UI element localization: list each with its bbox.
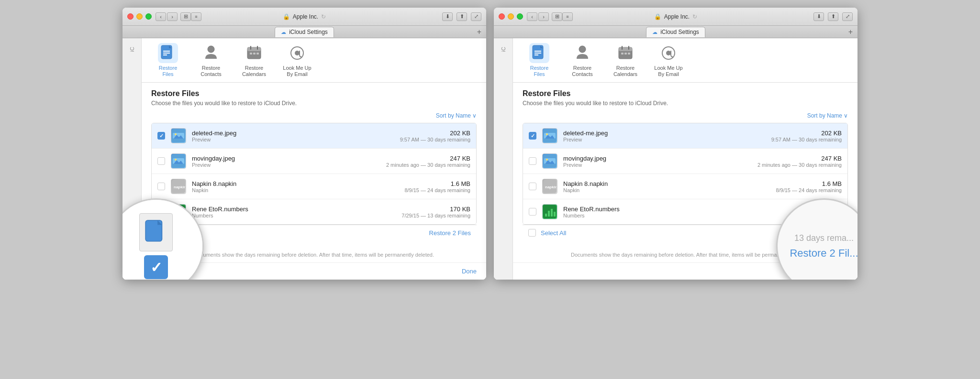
file-app-3: Napkin: [192, 187, 400, 193]
right-file-info-3: Napkin 8.napkin Napkin: [563, 180, 771, 193]
share-icon[interactable]: ⬆: [457, 12, 467, 21]
right-file-list: deleted-me.jpeg Preview 202 KB 9:57 AM —…: [523, 123, 848, 225]
right-toolbar-restore-contacts[interactable]: RestoreContacts: [566, 43, 599, 77]
toolbar-restore-contacts[interactable]: RestoreContacts: [194, 43, 228, 77]
right-toolbar-restore-files-label: RestoreFiles: [530, 65, 549, 77]
download-icon[interactable]: ⬇: [442, 12, 453, 21]
right-tab-view-icon[interactable]: ⊞: [552, 12, 562, 21]
toolbar-restore-calendars-label: RestoreCalendars: [242, 65, 266, 77]
right-select-all-label[interactable]: Select All: [541, 229, 566, 237]
right-fullscreen-icon[interactable]: ⤢: [842, 12, 853, 21]
toolbar-restore-files[interactable]: RestoreFiles: [151, 43, 185, 77]
sort-button[interactable]: Sort by Name ∨: [436, 112, 477, 119]
right-doc-icon: [529, 43, 549, 63]
right-active-tab[interactable]: ☁ iCloud Settings: [646, 27, 705, 37]
fullscreen-icon[interactable]: ⤢: [471, 12, 481, 21]
file-checkbox-3[interactable]: [157, 183, 165, 190]
right-file-date-4: 7/29/15: [821, 213, 842, 218]
person-icon: [201, 43, 221, 63]
right-file-checkbox-2[interactable]: [529, 157, 536, 165]
right-file-checkbox-3[interactable]: [529, 183, 536, 190]
right-reader-icon[interactable]: ≡: [562, 12, 573, 21]
file-size-4: 170 KB: [401, 206, 470, 213]
right-titlebar: ‹ › ⊞ ≡ 🔒 Apple Inc. ↻ ⬇ ⬆ ⤢: [494, 8, 858, 26]
right-close-button[interactable]: [499, 13, 505, 20]
svg-rect-44: [628, 53, 630, 54]
file-row-4[interactable]: Rene EtoR.numbers Numbers 170 KB 7/29/15…: [152, 199, 476, 224]
select-all-label[interactable]: Select All: [169, 229, 195, 237]
content-area: Restore Files Choose the files you would…: [142, 83, 486, 247]
file-info-4: Rene EtoR.numbers Numbers: [192, 206, 397, 218]
forward-button[interactable]: ›: [167, 12, 178, 21]
toolbar-restore-calendars[interactable]: RestoreCalendars: [237, 43, 271, 77]
svg-rect-29: [182, 212, 184, 217]
svg-point-14: [295, 51, 300, 55]
toolbar-look-me-up[interactable]: Look Me UpBy Email: [280, 43, 314, 77]
done-button[interactable]: Done: [462, 268, 477, 275]
new-tab-button[interactable]: +: [477, 28, 481, 36]
right-select-all-checkbox[interactable]: [528, 229, 536, 237]
right-icon-toolbar: RestoreFiles RestoreContacts: [513, 38, 858, 83]
right-back-button[interactable]: ‹: [527, 12, 537, 21]
right-toolbar-restore-calendars-label: RestoreCalendars: [613, 65, 637, 77]
right-toolbar-look-me-up[interactable]: Look Me UpBy Email: [652, 43, 685, 77]
right-file-row-1[interactable]: deleted-me.jpeg Preview 202 KB 9:57 AM —…: [523, 123, 847, 149]
right-address-bar[interactable]: 🔒 Apple Inc. ↻: [654, 13, 697, 20]
window-body: iC RestoreFiles: [122, 38, 486, 280]
svg-point-22: [175, 159, 177, 161]
right-minimize-button[interactable]: [508, 13, 514, 20]
restore-files-button[interactable]: Restore 2 Files: [429, 229, 471, 237]
right-jpeg-icon: [542, 128, 557, 143]
traffic-lights: [127, 13, 152, 20]
svg-rect-10: [250, 53, 252, 54]
file-app-1: Preview: [192, 137, 395, 142]
calendar-icon: [244, 43, 264, 63]
reader-icon[interactable]: ≡: [191, 12, 201, 21]
right-file-row-2[interactable]: movingday.jpeg Preview 247 KB 2 minutes …: [523, 149, 847, 174]
right-file-checkbox-1[interactable]: [529, 132, 536, 140]
right-file-row-3[interactable]: napkin Napkin 8.napkin Napkin 1.6 MB 8/9…: [523, 174, 847, 199]
right-sort-label: Sort by Name: [807, 112, 842, 119]
tab-view-icon[interactable]: ⊞: [180, 12, 191, 21]
right-file-checkbox-4[interactable]: [529, 208, 536, 216]
file-checkbox-2[interactable]: [157, 157, 165, 165]
file-date-2: 2 minutes ago — 30 days remaining: [386, 162, 470, 168]
right-file-app-4: Numbers: [563, 213, 816, 218]
file-checkbox-1[interactable]: [157, 132, 165, 140]
right-download-icon[interactable]: ⬇: [813, 12, 824, 21]
right-maximize-button[interactable]: [517, 13, 523, 20]
file-checkbox-4[interactable]: [157, 208, 165, 216]
right-file-info-1: deleted-me.jpeg Preview: [563, 130, 767, 142]
file-list: deleted-me.jpeg Preview 202 KB 9:57 AM —…: [151, 123, 477, 225]
right-file-meta-1: 202 KB 9:57 AM — 30 days remaining: [771, 130, 842, 142]
right-forward-button[interactable]: ›: [538, 12, 549, 21]
right-content-area: Restore Files Choose the files you would…: [513, 83, 858, 247]
file-row-1[interactable]: deleted-me.jpeg Preview 202 KB 9:57 AM —…: [152, 123, 476, 149]
close-button[interactable]: [127, 13, 134, 20]
active-tab[interactable]: ☁ iCloud Settings: [275, 27, 334, 37]
file-row-2[interactable]: movingday.jpeg Preview 247 KB 2 minutes …: [152, 149, 476, 174]
right-toolbar-restore-files[interactable]: RestoreFiles: [523, 43, 556, 77]
minimize-button[interactable]: [136, 13, 143, 20]
maximize-button[interactable]: [145, 13, 152, 20]
right-file-row-4[interactable]: Rene EtoR.numbers Numbers 170 KB 7/29/15: [523, 199, 847, 224]
back-button[interactable]: ‹: [156, 12, 166, 21]
sort-chevron-icon: ∨: [472, 112, 477, 119]
right-new-tab-button[interactable]: +: [848, 28, 853, 36]
right-file-size-3: 1.6 MB: [776, 180, 842, 187]
jpeg-icon-2: [171, 153, 186, 169]
file-row-3[interactable]: napkin Napkin 8.napkin Napkin 1.6 MB 8/9…: [152, 174, 476, 199]
svg-point-46: [666, 51, 671, 55]
right-sort-button[interactable]: Sort by Name ∨: [807, 112, 848, 119]
right-file-name-2: movingday.jpeg: [563, 155, 753, 162]
file-info-3: Napkin 8.napkin Napkin: [192, 180, 400, 193]
right-share-icon[interactable]: ⬆: [828, 12, 838, 21]
done-row: Done: [142, 262, 486, 280]
svg-rect-42: [621, 53, 624, 54]
right-sort-chevron-icon: ∨: [844, 112, 848, 119]
select-all-checkbox[interactable]: [157, 229, 165, 237]
right-file-size-1: 202 KB: [771, 130, 842, 137]
right-toolbar-restore-calendars[interactable]: RestoreCalendars: [609, 43, 642, 77]
address-bar[interactable]: 🔒 Apple Inc. ↻: [283, 13, 326, 20]
toolbar-restore-contacts-label: RestoreContacts: [200, 65, 221, 77]
